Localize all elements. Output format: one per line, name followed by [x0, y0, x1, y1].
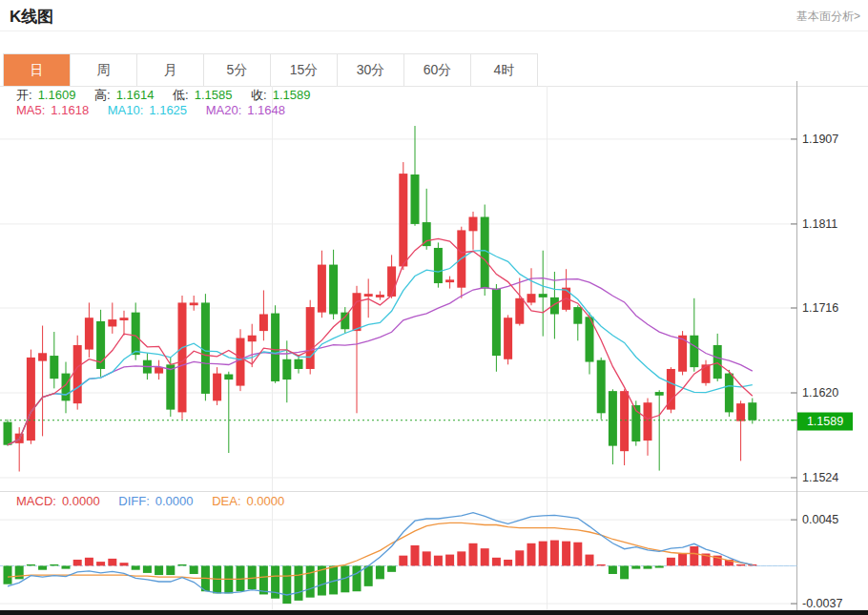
current-price-badge: 1.1589 — [797, 413, 853, 431]
kline-page: K线图 基本面分析> 日周月5分15分30分60分4时 开:1.1609 高:1… — [0, 0, 868, 615]
candlestick-and-macd-chart[interactable] — [0, 0, 868, 615]
bottom-edge-bar — [0, 610, 868, 615]
